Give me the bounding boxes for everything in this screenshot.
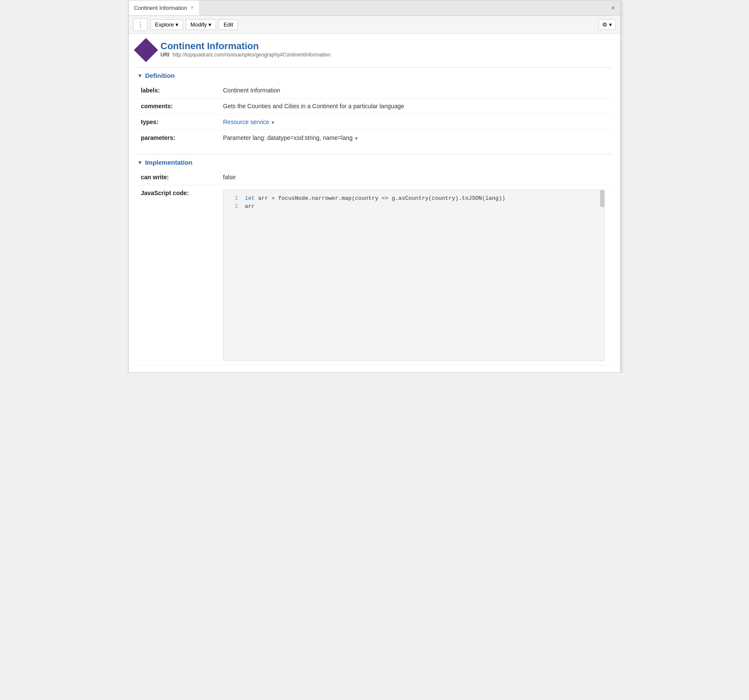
resource-title: Continent Information — [160, 41, 330, 52]
code-content-1: let arr = focusNode.narrower.map(country… — [245, 195, 505, 202]
table-row: parameters: Parameter lang: datatype=xsd… — [137, 130, 612, 146]
code-line-1: 1 let arr = focusNode.narrower.map(count… — [223, 194, 604, 202]
parameters-field-label: parameters: — [137, 130, 223, 146]
types-field-value: Resource service ▾ — [223, 114, 612, 130]
window-close-button[interactable]: × — [606, 4, 620, 12]
comments-field-label: comments: — [137, 98, 223, 114]
resource-service-link[interactable]: Resource service — [223, 119, 269, 125]
code-line-2: 2 arr — [223, 202, 604, 211]
resource-title-block: Continent Information URI http://topquad… — [160, 41, 330, 58]
implementation-section-header[interactable]: ▼ Implementation — [137, 154, 612, 169]
can-write-value: false — [223, 169, 612, 185]
line-number-1: 1 — [228, 196, 238, 202]
table-row: labels: Continent Information — [137, 83, 612, 98]
uri-value: http://topquadrant.com/ns/examples/geogr… — [172, 52, 330, 58]
table-row: JavaScript code: 1 let arr = focusNode.n… — [137, 185, 612, 365]
modify-dropdown-arrow: ▾ — [208, 21, 211, 28]
definition-toggle-icon: ▼ — [137, 73, 143, 79]
js-code-label: JavaScript code: — [137, 185, 223, 365]
settings-button[interactable]: ⚙ ▾ — [598, 19, 616, 30]
implementation-table: can write: false JavaScript code: 1 let … — [137, 169, 612, 365]
explore-label: Explore — [155, 21, 174, 28]
main-window: Continent Information × × ⋮ Explore ▾ Mo… — [128, 0, 621, 373]
scrollbar[interactable] — [600, 190, 604, 207]
tab-label: Continent Information — [134, 5, 187, 11]
labels-field-value: Continent Information — [223, 83, 612, 98]
implementation-section: ▼ Implementation can write: false JavaSc… — [137, 154, 612, 365]
line-number-2: 2 — [228, 204, 238, 210]
table-row: types: Resource service ▾ — [137, 114, 612, 130]
types-field-label: types: — [137, 114, 223, 130]
explore-button[interactable]: Explore ▾ — [150, 19, 183, 30]
labels-field-label: labels: — [137, 83, 223, 98]
settings-dropdown-arrow: ▾ — [609, 21, 612, 28]
resource-diamond-icon — [134, 38, 158, 62]
code-editor[interactable]: 1 let arr = focusNode.narrower.map(count… — [223, 190, 605, 361]
parameters-value: Parameter lang: datatype=xsd:string, nam… — [223, 134, 353, 141]
edit-button[interactable]: Edit — [219, 19, 238, 30]
tab-close-button[interactable]: × — [190, 5, 194, 11]
implementation-section-title: Implementation — [145, 159, 193, 166]
code-content-2: arr — [245, 203, 255, 210]
more-options-button[interactable]: ⋮ — [133, 18, 148, 31]
tab-continent-information[interactable]: Continent Information × — [129, 0, 200, 15]
explore-dropdown-arrow: ▾ — [175, 21, 178, 28]
types-dropdown-arrow[interactable]: ▾ — [272, 120, 274, 125]
modify-label: Modify — [190, 21, 207, 28]
table-row: comments: Gets the Counties and Cities i… — [137, 98, 612, 114]
definition-section-header[interactable]: ▼ Definition — [137, 68, 612, 83]
uri-label: URI — [160, 52, 169, 58]
toolbar: ⋮ Explore ▾ Modify ▾ Edit ⚙ ▾ — [129, 16, 620, 34]
definition-section: ▼ Definition labels: Continent Informati… — [137, 67, 612, 145]
implementation-toggle-icon: ▼ — [137, 160, 143, 166]
resource-header: Continent Information URI http://topquad… — [137, 41, 612, 59]
parameters-field-value: Parameter lang: datatype=xsd:string, nam… — [223, 130, 612, 146]
table-row: can write: false — [137, 169, 612, 185]
comments-field-value: Gets the Counties and Cities in a Contin… — [223, 98, 612, 114]
js-code-value: 1 let arr = focusNode.narrower.map(count… — [223, 185, 612, 365]
gear-icon: ⚙ — [602, 21, 607, 28]
definition-table: labels: Continent Information comments: … — [137, 83, 612, 145]
can-write-label: can write: — [137, 169, 223, 185]
definition-section-title: Definition — [145, 72, 175, 79]
resource-uri: URI http://topquadrant.com/ns/examples/g… — [160, 52, 330, 58]
modify-button[interactable]: Modify ▾ — [186, 19, 216, 30]
main-content: Continent Information URI http://topquad… — [129, 34, 620, 372]
tab-bar: Continent Information × × — [129, 0, 620, 16]
parameters-dropdown-arrow[interactable]: ▾ — [355, 136, 358, 141]
edit-label: Edit — [223, 21, 233, 28]
